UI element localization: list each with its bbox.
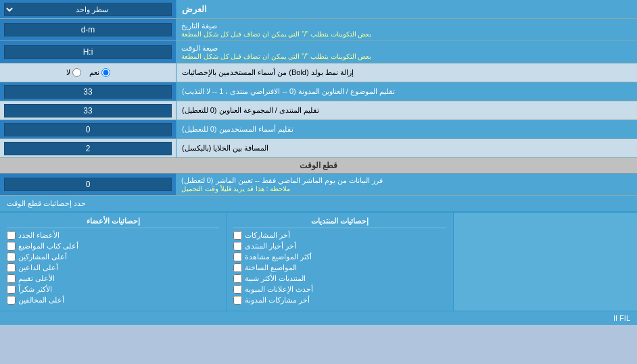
checkbox-item-most-similar: المنتديات الأكثر شبية [233,274,446,283]
username-limit-label: تقليم أسماء المستخدمين (0 للتعطيل) [176,120,637,138]
date-format-input[interactable]: d-m [4,23,172,36]
cell-spacing-input-container: 2 [0,139,176,157]
bottom-note-text: If FIL [613,314,630,322]
checkbox-most-viewed[interactable] [233,253,242,261]
radio-no[interactable] [72,68,81,77]
time-format-input-container: H:i [0,41,176,63]
forum-title-input[interactable]: 33 [4,104,172,118]
limit-row: حدد إحصائيات قطع الوقت [0,196,637,212]
checkboxes-col-empty [453,213,637,311]
realtime-input-container: 0 [0,174,176,195]
username-limit-input-container: 0 [0,120,176,138]
bold-remove-radio-group: نعم لا [66,68,110,77]
topic-title-row: تقليم الموضوع / العناوين المدونة (0 -- ا… [0,82,637,101]
time-format-input[interactable]: H:i [4,45,172,59]
bold-remove-row: إزالة نمط بولد (Bold) من أسماء المستخدمي… [0,63,637,82]
checkbox-item-top-participants: أعلى المشاركين [7,253,219,261]
checkbox-latest-ads[interactable] [233,285,242,294]
checkbox-most-similar[interactable] [233,274,242,283]
forum-title-input-container: 33 [0,101,176,120]
members-stats-title: إحصائيات الأعضاء [7,217,219,228]
checkbox-item-most-thanked: الأكثر شكراً [7,285,219,294]
cell-spacing-label: المسافة بين الخلايا (بالبكسل) [176,139,637,157]
time-format-row: صيغة الوقت بعض التكوينات يتطلب "/" التي … [0,41,637,63]
date-format-input-container: d-m [0,19,176,41]
checkboxes-section: إحصائيات المنتديات أخر المشاركات أخر أخب… [0,212,637,311]
checkbox-new-members[interactable] [7,231,16,240]
bold-remove-radio-container: نعم لا [0,63,176,82]
checkbox-item-top-violators: أعلى المخالفين [7,296,219,305]
time-format-label: صيغة الوقت بعض التكوينات يتطلب "/" التي … [176,41,637,63]
checkbox-item-top-inviters: أعلى الداعين [7,263,219,272]
checkbox-blog-posts[interactable] [233,296,242,305]
checkbox-most-thanked[interactable] [7,285,16,294]
checkbox-item-top-rated: الأعلى تقييم [7,274,219,283]
checkbox-hot-topics[interactable] [233,263,242,272]
checkbox-item-most-viewed: أكثر المواضيع مشاهدة [233,253,446,261]
checkbox-last-posts[interactable] [233,231,242,240]
cell-spacing-row: المسافة بين الخلايا (بالبكسل) 2 [0,139,637,158]
radio-no-label[interactable]: لا [66,68,81,77]
checkbox-top-writers[interactable] [7,242,16,251]
checkbox-last-news[interactable] [233,242,242,251]
checkbox-item-last-posts: أخر المشاركات [233,231,446,240]
username-limit-input[interactable]: 0 [4,123,172,136]
limit-label: حدد إحصائيات قطع الوقت [7,199,86,208]
realtime-row: فرز البيانات من يوم الماشر الماضي فقط --… [0,174,637,196]
display-header-row: العرض سطر واحد سطرين ثلاثة أسطر [0,0,637,19]
checkbox-item-blog-posts: أخر مشاركات المدونة [233,296,446,305]
checkbox-item-last-news: أخر أخبار المنتدى [233,242,446,251]
realtime-input[interactable]: 0 [4,178,172,191]
realtime-section-header: قطع الوقت [0,158,637,174]
bold-remove-label: إزالة نمط بولد (Bold) من أسماء المستخدمي… [176,63,637,82]
cell-spacing-input[interactable]: 2 [4,142,172,155]
checkboxes-col-forums: إحصائيات المنتديات أخر المشاركات أخر أخب… [226,213,452,311]
date-format-label: صيغة التاريخ بعض التكوينات يتطلب "/" الت… [176,19,637,41]
topic-title-input[interactable]: 33 [4,85,172,99]
checkbox-top-rated[interactable] [7,274,16,283]
realtime-label: فرز البيانات من يوم الماشر الماضي فقط --… [176,174,637,195]
display-dropdown[interactable]: سطر واحد سطرين ثلاثة أسطر [4,3,172,16]
display-label: العرض [176,0,637,18]
checkbox-item-top-writers: أعلى كتاب المواضيع [7,242,219,251]
radio-yes[interactable] [101,68,110,77]
checkbox-top-violators[interactable] [7,296,16,305]
topic-title-input-container: 33 [0,82,176,101]
checkbox-top-participants[interactable] [7,253,16,261]
checkbox-item-latest-ads: أحدث الإعلانات المبوبة [233,285,446,294]
checkboxes-col-members: إحصائيات الأعضاء الأعضاء الجدد أعلى كتاب… [0,213,226,311]
checkbox-item-hot-topics: المواضيع الساخنة [233,263,446,272]
username-limit-row: تقليم أسماء المستخدمين (0 للتعطيل) 0 [0,120,637,139]
topic-title-label: تقليم الموضوع / العناوين المدونة (0 -- ا… [176,82,637,101]
display-dropdown-container: سطر واحد سطرين ثلاثة أسطر [0,0,176,18]
forums-stats-title: إحصائيات المنتديات [233,217,446,228]
checkbox-top-inviters[interactable] [7,263,16,272]
main-container: العرض سطر واحد سطرين ثلاثة أسطر صيغة الت… [0,0,637,325]
bottom-note-row: If FIL [0,311,637,325]
forum-title-row: تقليم المنتدى / المجموعة العناوين (0 للت… [0,101,637,120]
forum-title-label: تقليم المنتدى / المجموعة العناوين (0 للت… [176,101,637,120]
radio-yes-label[interactable]: نعم [89,68,110,77]
checkbox-item-new-members: الأعضاء الجدد [7,231,219,240]
date-format-row: صيغة التاريخ بعض التكوينات يتطلب "/" الت… [0,19,637,41]
